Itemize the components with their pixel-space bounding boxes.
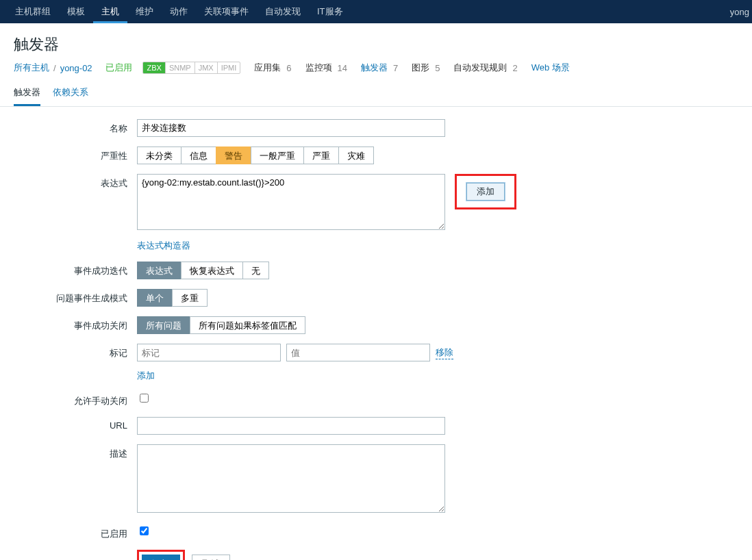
breadcrumb-sep: / xyxy=(53,63,56,73)
manual-close-checkbox[interactable] xyxy=(140,394,149,403)
event-close-iftag[interactable]: 所有问题如果标签值匹配 xyxy=(190,316,305,334)
nav-itservices[interactable]: IT服务 xyxy=(309,0,351,23)
breadcrumb-all-hosts[interactable]: 所有主机 xyxy=(14,62,49,74)
expression-builder-link[interactable]: 表达式构造器 xyxy=(137,240,190,251)
badge-zbx: ZBX xyxy=(143,62,164,73)
sev-high[interactable]: 严重 xyxy=(303,147,339,164)
label-event-ok: 事件成功迭代 xyxy=(14,262,137,277)
sev-warning[interactable]: 警告 xyxy=(216,147,251,164)
label-url: URL xyxy=(14,417,137,431)
cancel-button[interactable]: 取消 xyxy=(192,555,230,560)
problem-gen-multiple[interactable]: 多重 xyxy=(172,289,208,307)
breadcrumb-host[interactable]: yong-02 xyxy=(60,63,92,73)
trigger-form: 名称 严重性 未分类 信息 警告 一般严重 严重 灾难 表达式 {yong-02… xyxy=(0,107,752,560)
count-graphs-val: 5 xyxy=(435,63,440,73)
event-close-all[interactable]: 所有问题 xyxy=(137,316,190,334)
status-enabled: 已启用 xyxy=(105,62,132,74)
count-graphs-label[interactable]: 图形 xyxy=(412,62,429,74)
top-nav: 主机群组 模板 主机 维护 动作 关联项事件 自动发现 IT服务 yong xyxy=(0,0,752,23)
sev-disaster[interactable]: 灾难 xyxy=(338,147,374,164)
sev-info[interactable]: 信息 xyxy=(181,147,216,164)
event-ok-group: 表达式 恢复表达式 无 xyxy=(137,262,269,279)
highlight-submit: 添加 xyxy=(137,550,185,560)
sev-average[interactable]: 一般严重 xyxy=(251,147,304,164)
label-problem-gen: 问题事件生成模式 xyxy=(14,289,137,305)
badge-jmx: JMX xyxy=(195,62,217,73)
tag-add-link[interactable]: 添加 xyxy=(137,370,155,381)
name-input[interactable] xyxy=(137,119,445,137)
event-ok-none[interactable]: 无 xyxy=(242,262,269,279)
submit-button[interactable]: 添加 xyxy=(142,555,180,560)
label-manual-close: 允许手动关闭 xyxy=(14,392,137,407)
problem-gen-single[interactable]: 单个 xyxy=(137,289,173,307)
nav-maintenance[interactable]: 维护 xyxy=(127,0,162,23)
enabled-checkbox[interactable] xyxy=(140,526,149,535)
label-expression: 表达式 xyxy=(14,174,137,190)
count-items-val: 14 xyxy=(338,63,347,73)
count-appset-label[interactable]: 应用集 xyxy=(254,62,281,74)
label-description: 描述 xyxy=(14,444,137,460)
count-items-label[interactable]: 监控项 xyxy=(305,62,332,74)
badge-snmp: SNMP xyxy=(165,62,195,73)
label-event-close: 事件成功关闭 xyxy=(14,316,137,332)
tag-value-input[interactable] xyxy=(286,344,430,361)
tag-remove-link[interactable]: 移除 xyxy=(436,346,453,359)
tab-trigger[interactable]: 触发器 xyxy=(14,81,40,106)
problem-gen-group: 单个 多重 xyxy=(137,289,208,307)
count-discovery-label[interactable]: 自动发现规则 xyxy=(453,62,507,74)
event-ok-expr[interactable]: 表达式 xyxy=(137,262,181,279)
description-textarea[interactable] xyxy=(137,444,445,513)
breadcrumb: 所有主机 / yong-02 已启用 ZBX SNMP JMX IPMI 应用集… xyxy=(0,62,752,81)
event-close-group: 所有问题 所有问题如果标签值匹配 xyxy=(137,316,305,334)
count-discovery-val: 2 xyxy=(512,63,517,73)
nav-discovery[interactable]: 自动发现 xyxy=(257,0,309,23)
tag-name-input[interactable] xyxy=(137,344,281,361)
nav-hostgroups[interactable]: 主机群组 xyxy=(7,0,59,23)
url-input[interactable] xyxy=(137,417,445,435)
nav-actions[interactable]: 动作 xyxy=(162,0,196,23)
count-triggers-label[interactable]: 触发器 xyxy=(361,62,388,74)
proto-badges: ZBX SNMP JMX IPMI xyxy=(142,62,240,74)
page-title: 触发器 xyxy=(0,23,752,62)
badge-ipmi: IPMI xyxy=(217,62,240,73)
severity-group: 未分类 信息 警告 一般严重 严重 灾难 xyxy=(137,147,374,164)
expression-textarea[interactable]: {yong-02:my.estab.count.last()}>200 xyxy=(137,174,445,230)
user-label: yong xyxy=(730,7,752,17)
label-severity: 严重性 xyxy=(14,147,137,162)
nav-hosts[interactable]: 主机 xyxy=(93,0,127,23)
event-ok-recovery[interactable]: 恢复表达式 xyxy=(181,262,243,279)
highlight-add-expr: 添加 xyxy=(455,174,516,209)
count-triggers-val: 7 xyxy=(393,63,398,73)
nav-templates[interactable]: 模板 xyxy=(59,0,93,23)
web-scenario-link[interactable]: Web 场景 xyxy=(531,62,570,74)
count-appset-val: 6 xyxy=(286,63,291,73)
sev-notclassified[interactable]: 未分类 xyxy=(137,147,181,164)
label-tags: 标记 xyxy=(14,344,137,359)
nav-correlation[interactable]: 关联项事件 xyxy=(196,0,257,23)
label-name: 名称 xyxy=(14,119,137,135)
tab-dependencies[interactable]: 依赖关系 xyxy=(53,81,88,106)
tabs: 触发器 依赖关系 xyxy=(0,81,752,107)
label-enabled: 已启用 xyxy=(14,524,137,540)
add-expression-button[interactable]: 添加 xyxy=(466,183,505,201)
